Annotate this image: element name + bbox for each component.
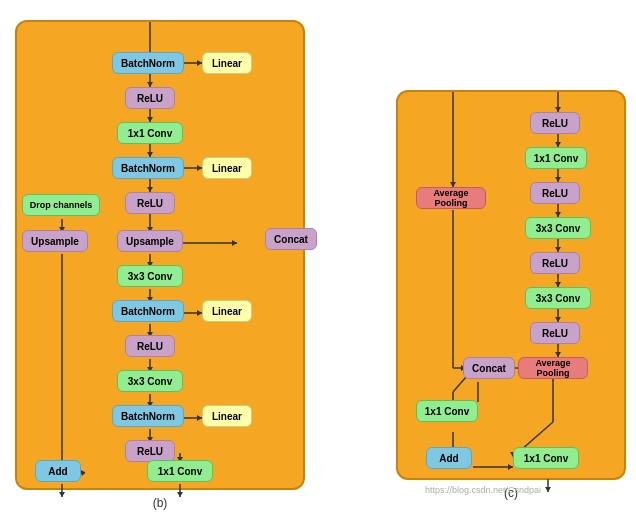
drop-channels: Drop channels [22,194,100,216]
relu-c2: ReLU [530,182,580,204]
relu-c4: ReLU [530,322,580,344]
add-b: Add [35,460,81,482]
conv3x3-c2: 3x3 Conv [525,287,591,309]
conv1x1-c3: 1x1 Conv [513,447,579,469]
relu-3: ReLU [125,335,175,357]
svg-marker-76 [545,487,551,492]
conv1x1-2: 1x1 Conv [147,460,213,482]
linear-1: Linear [202,52,252,74]
linear-2: Linear [202,157,252,179]
svg-marker-43 [232,240,237,246]
batchnorm-2: BatchNorm [112,157,184,179]
conv1x1-1: 1x1 Conv [117,122,183,144]
relu-1: ReLU [125,87,175,109]
upsample-left: Upsample [22,230,88,252]
conv3x3-c1: 3x3 Conv [525,217,591,239]
svg-marker-74 [508,464,513,470]
linear-3: Linear [202,300,252,322]
svg-line-66 [453,377,466,392]
add-c: Add [426,447,472,469]
linear-4: Linear [202,405,252,427]
svg-marker-41 [59,492,65,497]
upsample-right: Upsample [117,230,183,252]
concat-b: Concat [265,228,317,250]
relu-c1: ReLU [530,112,580,134]
relu-4: ReLU [125,440,175,462]
batchnorm-3: BatchNorm [112,300,184,322]
conv3x3-2: 3x3 Conv [117,370,183,392]
watermark: https://blog.csdn.net/Csndpai [425,485,541,495]
diagram-c: ReLU 1x1 Conv ReLU 3x3 Conv ReLU 3x3 Con… [396,90,626,480]
batchnorm-1: BatchNorm [112,52,184,74]
avgpool-c1: Average Pooling [518,357,588,379]
conv1x1-c2: 1x1 Conv [416,400,478,422]
avgpool-c2: Average Pooling [416,187,486,209]
svg-marker-26 [177,492,183,497]
conv3x3-1: 3x3 Conv [117,265,183,287]
batchnorm-4: BatchNorm [112,405,184,427]
relu-c3: ReLU [530,252,580,274]
relu-2: ReLU [125,192,175,214]
diagram-b: BatchNorm Linear ReLU 1x1 Conv BatchNorm… [15,20,305,490]
conv1x1-c1: 1x1 Conv [525,147,587,169]
concat-c: Concat [463,357,515,379]
diagram-container: BatchNorm Linear ReLU 1x1 Conv BatchNorm… [5,10,631,510]
label-b: (b) [153,496,168,510]
